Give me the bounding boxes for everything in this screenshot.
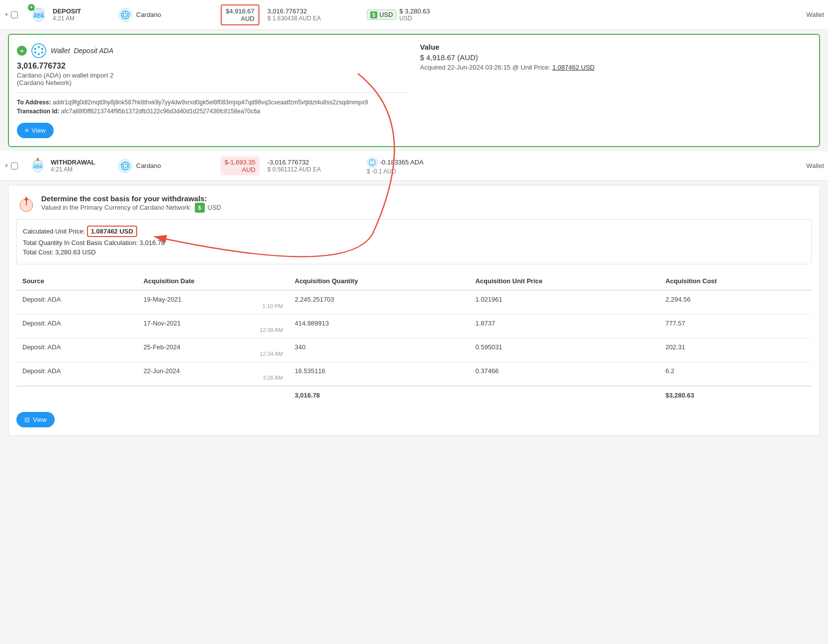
col-qty: Acquisition Quantity xyxy=(289,272,469,290)
withdrawal-view-btn-icon: ⊟ xyxy=(24,416,30,423)
withdrawal-wallet: Wallet xyxy=(788,158,828,173)
withdrawal-checkbox[interactable] xyxy=(11,162,18,169)
col-cost: Acquisition Cost xyxy=(660,272,812,290)
withdrawal-chevron-icon[interactable]: ▼ xyxy=(4,163,9,168)
deposit-detail-wallet-label: Wallet Deposit ADA xyxy=(51,47,113,55)
svg-point-27 xyxy=(127,164,128,165)
svg-point-7 xyxy=(123,13,124,14)
withdrawal-amount-cell: $-1,693.35 AUD xyxy=(194,153,263,179)
svg-point-17 xyxy=(41,52,43,54)
withdrawal-usd-amount: -0.183365 ADA xyxy=(380,159,423,166)
deposit-to-address-row: To Address: addr1q9fg0dl2mqt0hy8j8nk587h… xyxy=(17,99,408,106)
row-unit-price-2: 0.595031 xyxy=(469,338,660,362)
total-date xyxy=(138,386,289,404)
row-source-1: Deposit: ADA xyxy=(16,315,138,338)
deposit-view-button[interactable]: ≡ View xyxy=(17,123,54,138)
unit-price-label: @ Unit Price: xyxy=(512,64,551,71)
withdrawal-detail-title: Determine the cost basis for your withdr… xyxy=(41,194,221,203)
withdrawal-detail-header: Determine the cost basis for your withdr… xyxy=(16,193,812,213)
svg-point-29 xyxy=(127,166,128,167)
deposit-amount-cell: $4,918.67 AUD xyxy=(194,0,263,29)
total-cost-display: $3,280.63 xyxy=(660,386,812,404)
svg-marker-22 xyxy=(36,157,39,161)
row-cost-3: 6.2 xyxy=(660,362,812,387)
deposit-time: 4:21 AM xyxy=(53,15,81,22)
deposit-value-label: Value xyxy=(420,43,811,51)
svg-point-24 xyxy=(125,163,126,164)
deposit-wallet: Wallet xyxy=(788,7,828,22)
row-cost-0: 2,294.56 xyxy=(660,290,812,315)
svg-point-8 xyxy=(127,13,128,14)
row-date-1: 17-Nov-2021 12:38 AM xyxy=(138,315,289,338)
svg-text:ADA: ADA xyxy=(33,13,44,19)
cost-table-footer: 3,016.78 $3,280.63 xyxy=(16,386,812,404)
row-unit-price-1: 1.8737 xyxy=(469,315,660,338)
deposit-value-amount: $ 4,918.67 (AUD) xyxy=(420,53,811,62)
withdrawal-amount-currency: AUD xyxy=(225,166,255,173)
deposit-detail-plus-icon: + xyxy=(17,46,27,56)
withdrawal-amount-negative: $-1,693.35 AUD xyxy=(221,157,259,175)
deposit-row-controls: ▼ xyxy=(0,11,25,18)
withdrawal-currency-name: Cardano xyxy=(136,162,161,169)
row-qty-0: 2,245.251703 xyxy=(289,290,469,315)
deposit-type-label: DEPOSIT xyxy=(53,7,81,15)
row-qty-3: 16.535116 xyxy=(289,362,469,387)
tx-id-value: afc7a88f0ff8213744f95b1372dfb3122c96d3d4… xyxy=(61,108,260,115)
svg-point-16 xyxy=(34,52,36,54)
svg-point-26 xyxy=(123,164,124,165)
table-row: Deposit: ADA 22-Jun-2024 3:26 AM 16.5351… xyxy=(16,362,812,387)
row-date-3: 22-Jun-2024 3:26 AM xyxy=(138,362,289,387)
withdrawal-currency-icon: $ xyxy=(195,203,205,213)
total-cost-value: 3,280.63 USD xyxy=(55,248,96,256)
table-row: Deposit: ADA 25-Feb-2024 12:34 AM 340 0.… xyxy=(16,338,812,362)
svg-point-25 xyxy=(125,167,126,168)
withdrawal-view-button[interactable]: ⊟ View xyxy=(16,412,55,427)
withdrawal-subtitle-text: Valued in the Primary Currency of Cardan… xyxy=(41,204,192,211)
total-cost-label: Total Cost: xyxy=(23,248,53,256)
deposit-usd-currency-label: USD xyxy=(400,15,430,22)
acquired-date: 22-Jun-2024 03:26:15 xyxy=(447,64,510,71)
deposit-amount-highlight: $4,918.67 AUD xyxy=(221,4,259,25)
deposit-cardano-icon xyxy=(118,8,132,22)
svg-point-9 xyxy=(123,15,124,16)
withdrawal-time: 4:21 AM xyxy=(51,166,95,173)
deposit-qty-sub: $ 1.630438 AUD EA xyxy=(267,15,359,22)
withdrawal-usd-cell: -0.183365 ADA $ -0.1 AUD xyxy=(363,153,788,179)
withdrawal-currency: USD xyxy=(208,204,221,211)
total-quantity: 3,016.78 xyxy=(289,386,469,404)
deposit-transaction-row: ▼ + ADA DEPOSIT 4:21 AM xyxy=(0,0,828,30)
withdrawal-transaction-row: ▼ ADA WITHDRAWAL 4:21 AM xyxy=(0,151,828,181)
to-address-label: To Address: xyxy=(17,99,51,106)
svg-point-14 xyxy=(34,48,36,50)
deposit-address-section: To Address: addr1q9fg0dl2mqt0hy8j8nk587h… xyxy=(17,92,408,115)
table-header-row: Source Acquisition Date Acquisition Quan… xyxy=(16,272,812,290)
cost-basis-table: Source Acquisition Date Acquisition Quan… xyxy=(16,272,812,404)
withdrawal-qty-sub: $ 0.561312 AUD EA xyxy=(267,166,359,173)
deposit-amount: $4,918.67 xyxy=(226,7,254,15)
withdrawal-view-btn-label: View xyxy=(33,416,47,423)
deposit-detail-network: Cardano (ADA) on wallet import 2 xyxy=(17,72,408,79)
acquired-label: Acquired xyxy=(420,64,445,71)
deposit-acquired: Acquired 22-Jun-2024 03:26:15 @ Unit Pri… xyxy=(420,64,811,71)
svg-text:ADA: ADA xyxy=(33,164,43,169)
deposit-checkbox[interactable] xyxy=(11,11,18,18)
row-cost-2: 202.31 xyxy=(660,338,812,362)
svg-point-6 xyxy=(125,16,126,17)
row-date-2: 25-Feb-2024 12:34 AM xyxy=(138,338,289,362)
svg-point-13 xyxy=(38,53,40,55)
calc-unit-price-label: Calculated Unit Price: xyxy=(23,228,85,235)
total-unit-price xyxy=(469,386,660,404)
table-row: Deposit: ADA 17-Nov-2021 12:38 AM 414.98… xyxy=(16,315,812,338)
deposit-amount-currency: AUD xyxy=(226,15,254,22)
withdrawal-detail-panel: Determine the cost basis for your withdr… xyxy=(8,185,820,436)
to-address-value: addr1q9fg0dl2mqt0hy8j8nk587hk8thxk9y7yy4… xyxy=(53,99,368,106)
svg-point-5 xyxy=(125,12,126,13)
withdrawal-usd-sub: $ -0.1 AUD xyxy=(367,168,423,175)
withdrawal-ada-icon xyxy=(367,157,378,168)
withdrawal-icon-wrap: ADA xyxy=(29,157,47,175)
svg-point-15 xyxy=(41,48,43,50)
deposit-detail-right: Value $ 4,918.67 (AUD) Acquired 22-Jun-2… xyxy=(420,43,811,138)
table-row: Deposit: ADA 19-May-2021 1:10 PM 2,245.2… xyxy=(16,290,812,315)
total-qty-label: Total Quantity In Cost Basis Calculation… xyxy=(23,239,138,246)
deposit-chevron-icon[interactable]: ▼ xyxy=(4,12,9,17)
